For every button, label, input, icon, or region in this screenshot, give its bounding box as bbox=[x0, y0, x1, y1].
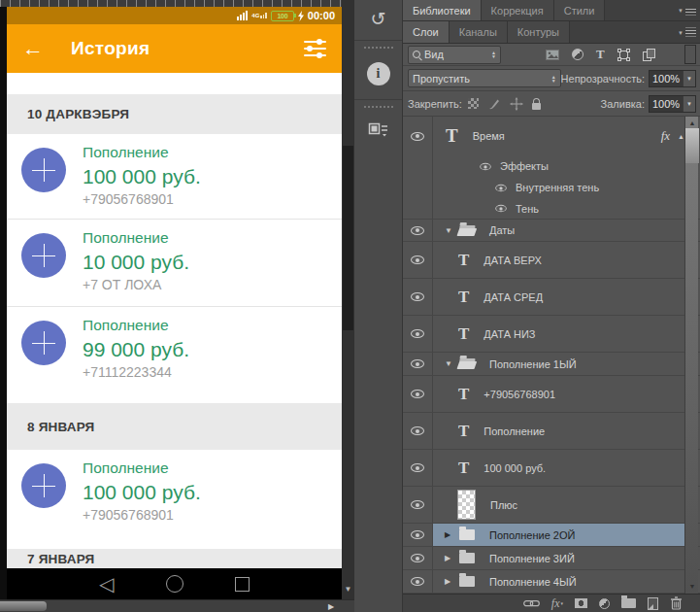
visibility-toggle[interactable] bbox=[403, 413, 433, 449]
transaction-item[interactable]: Пополнение 99 000 руб. +71112223344 bbox=[7, 306, 342, 389]
filter-pixel-layers-icon[interactable] bbox=[546, 50, 559, 60]
group-row[interactable]: ▼ Даты bbox=[403, 220, 700, 242]
lock-transparency-icon[interactable] bbox=[468, 98, 479, 109]
visibility-toggle[interactable] bbox=[403, 353, 433, 375]
group-collapsed-icon[interactable]: ▶ bbox=[445, 530, 454, 539]
layers-scroll-thumb[interactable] bbox=[685, 128, 699, 163]
opacity-value[interactable]: 100% bbox=[650, 71, 683, 86]
visibility-toggle[interactable] bbox=[403, 376, 433, 412]
opacity-dropdown-icon[interactable]: ▼ bbox=[683, 71, 695, 86]
layers-scrollbar[interactable]: ▲ ▼ bbox=[684, 117, 698, 594]
visibility-toggle[interactable] bbox=[403, 279, 433, 315]
transaction-item[interactable]: Пополнение 100 000 руб. +79056768901 bbox=[7, 450, 342, 534]
filter-kind-dropdown[interactable]: Вид ▲▼ bbox=[408, 46, 501, 64]
document-horizontal-scrollbar[interactable]: ▶ bbox=[0, 599, 354, 612]
dock-grip[interactable] bbox=[364, 106, 393, 108]
new-adjustment-layer-icon[interactable] bbox=[599, 598, 610, 609]
tab-libraries[interactable]: Библиотеки bbox=[403, 0, 482, 20]
filter-type-layers-icon[interactable]: T bbox=[596, 47, 605, 62]
tab-adjustments[interactable]: Коррекция bbox=[482, 0, 554, 20]
group-collapsed-icon[interactable]: ▶ bbox=[445, 577, 454, 586]
transaction-amount: 99 000 руб. bbox=[83, 338, 342, 361]
panel-menu-icon[interactable]: ▼ bbox=[678, 6, 696, 15]
group-row-selected[interactable]: ▶ Пополнение 2ОЙ bbox=[403, 524, 700, 547]
tab-channels[interactable]: Каналы bbox=[450, 21, 508, 43]
plus-avatar-icon bbox=[21, 321, 66, 365]
dock-properties-panel[interactable] bbox=[354, 100, 402, 149]
group-collapsed-icon[interactable]: ▶ bbox=[445, 554, 454, 562]
tab-styles[interactable]: Стили bbox=[554, 0, 606, 20]
effect-row[interactable]: Внутренняя тень bbox=[403, 177, 700, 198]
group-expand-icon[interactable]: ▼ bbox=[445, 226, 454, 235]
horizontal-scroll-thumb[interactable] bbox=[0, 601, 47, 611]
group-row[interactable]: ▼ Пополнение 1ЫЙ bbox=[403, 353, 700, 376]
eye-icon bbox=[411, 390, 424, 398]
transaction-subtitle: +79056768901 bbox=[83, 191, 342, 207]
visibility-toggle[interactable] bbox=[403, 547, 433, 569]
delete-layer-trash-icon[interactable] bbox=[670, 596, 683, 610]
lock-all-icon[interactable] bbox=[532, 103, 541, 110]
fill-value[interactable]: 100% bbox=[650, 96, 683, 112]
visibility-toggle[interactable] bbox=[403, 450, 433, 486]
layer-row[interactable]: T ДАТА НИЗ bbox=[403, 316, 700, 353]
scroll-up-arrow-icon[interactable]: ▲ bbox=[685, 119, 699, 126]
visibility-toggle[interactable] bbox=[403, 242, 433, 278]
layer-row[interactable]: T 100 000 руб. bbox=[403, 450, 700, 487]
group-row[interactable]: ▶ Пополнение 4ЫЙ bbox=[403, 570, 700, 594]
eye-icon[interactable] bbox=[495, 184, 506, 190]
nav-back-icon[interactable]: ◁ bbox=[99, 574, 114, 594]
effect-row[interactable]: Тень bbox=[403, 198, 700, 220]
visibility-toggle[interactable] bbox=[403, 570, 433, 593]
back-arrow-icon[interactable]: ← bbox=[22, 38, 44, 59]
transaction-item[interactable]: Пополнение 100 000 руб. +79056768901 bbox=[7, 134, 342, 219]
opacity-field[interactable]: 100% ▼ bbox=[649, 70, 696, 87]
visibility-toggle[interactable] bbox=[403, 487, 433, 523]
visibility-toggle[interactable] bbox=[403, 316, 433, 352]
document-vertical-scrollbar[interactable]: ▼ bbox=[342, 0, 354, 599]
layer-style-fx-icon[interactable]: fx bbox=[551, 596, 563, 611]
visibility-toggle[interactable] bbox=[403, 117, 433, 155]
filtering-on-off-toggle[interactable] bbox=[684, 45, 696, 64]
layer-row[interactable]: T ДАТА ВЕРХ bbox=[403, 242, 700, 279]
layer-row[interactable]: T Пополнение bbox=[403, 413, 700, 450]
blend-mode-dropdown[interactable]: Пропустить ▲▼ bbox=[408, 69, 561, 87]
filter-sliders-icon[interactable] bbox=[304, 41, 326, 56]
tab-paths[interactable]: Контуры bbox=[508, 21, 570, 43]
group-expand-icon[interactable]: ▼ bbox=[445, 359, 454, 368]
scroll-right-arrow-icon[interactable]: ▶ bbox=[328, 602, 334, 611]
effects-header-row[interactable]: Эффекты bbox=[403, 155, 700, 177]
filter-smart-objects-icon[interactable] bbox=[643, 49, 655, 61]
scroll-down-arrow-icon[interactable]: ▼ bbox=[342, 585, 354, 594]
new-layer-icon[interactable] bbox=[648, 597, 658, 610]
new-group-icon[interactable] bbox=[621, 598, 636, 608]
group-row[interactable]: ▶ Пополнение 3ИЙ bbox=[403, 547, 700, 570]
visibility-toggle[interactable] bbox=[403, 524, 433, 546]
dock-info-panel[interactable]: i bbox=[354, 41, 402, 100]
fill-field[interactable]: 100% ▼ bbox=[649, 95, 696, 113]
layer-row[interactable]: T ДАТА СРЕД bbox=[403, 279, 700, 316]
nav-home-icon[interactable] bbox=[166, 575, 183, 593]
nav-recents-icon[interactable] bbox=[235, 577, 250, 592]
layer-row[interactable]: T +79056768901 bbox=[403, 376, 700, 413]
transaction-item[interactable]: Пополнение 10 000 руб. +7 ОТ ЛОХА bbox=[7, 219, 342, 306]
fill-dropdown-icon[interactable]: ▼ bbox=[683, 96, 695, 112]
visibility-toggle[interactable] bbox=[403, 220, 433, 241]
dock-grip[interactable] bbox=[364, 47, 393, 49]
filter-shape-layers-icon[interactable] bbox=[617, 49, 630, 61]
layer-row[interactable]: Плюс bbox=[403, 487, 700, 524]
collapse-effects-icon[interactable]: ▲ bbox=[678, 133, 684, 140]
link-layers-icon[interactable] bbox=[523, 598, 540, 608]
filter-adjustment-layers-icon[interactable] bbox=[572, 49, 583, 60]
panel-menu-icon[interactable]: ▼ bbox=[678, 28, 696, 37]
eye-icon[interactable] bbox=[480, 162, 490, 169]
dock-history-panel[interactable]: ↺ bbox=[354, 0, 402, 41]
lock-position-move-icon[interactable] bbox=[510, 97, 523, 111]
lock-pixels-brush-icon[interactable] bbox=[487, 97, 501, 111]
tab-layers[interactable]: Слои bbox=[403, 21, 450, 43]
fx-badge[interactable]: fx bbox=[661, 128, 670, 144]
vertical-scroll-thumb[interactable] bbox=[343, 146, 353, 330]
add-layer-mask-icon[interactable] bbox=[575, 598, 587, 608]
layer-row[interactable]: T Время fx ▲ bbox=[403, 117, 700, 155]
eye-icon[interactable] bbox=[495, 205, 506, 212]
scroll-down-arrow-icon[interactable]: ▼ bbox=[685, 583, 699, 590]
